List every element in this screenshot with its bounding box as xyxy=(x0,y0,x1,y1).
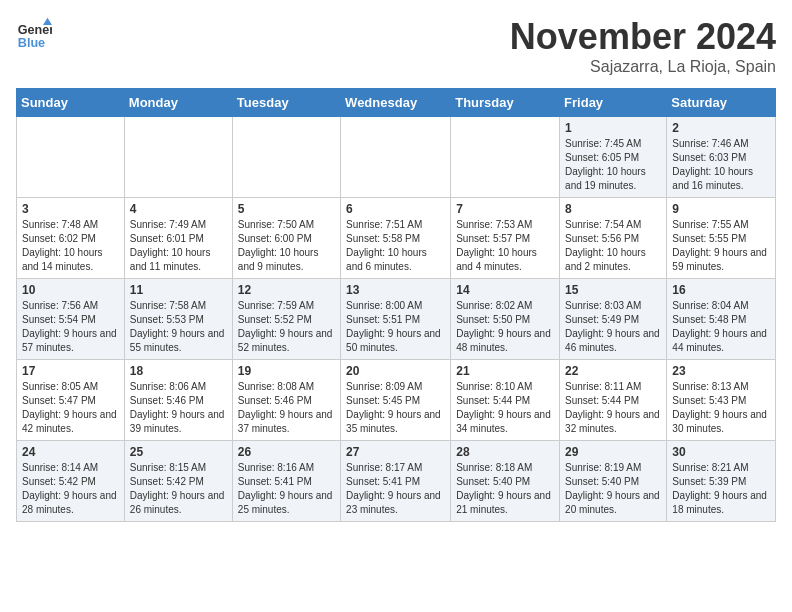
day-info: Sunrise: 7:59 AM Sunset: 5:52 PM Dayligh… xyxy=(238,299,335,355)
day-number: 6 xyxy=(346,202,445,216)
calendar-empty-cell xyxy=(232,117,340,198)
day-number: 1 xyxy=(565,121,661,135)
day-number: 26 xyxy=(238,445,335,459)
day-info: Sunrise: 7:48 AM Sunset: 6:02 PM Dayligh… xyxy=(22,218,119,274)
day-number: 30 xyxy=(672,445,770,459)
logo: General Blue xyxy=(16,16,52,52)
day-info: Sunrise: 8:11 AM Sunset: 5:44 PM Dayligh… xyxy=(565,380,661,436)
day-number: 10 xyxy=(22,283,119,297)
day-number: 25 xyxy=(130,445,227,459)
calendar-week-row: 3Sunrise: 7:48 AM Sunset: 6:02 PM Daylig… xyxy=(17,198,776,279)
day-number: 15 xyxy=(565,283,661,297)
day-number: 12 xyxy=(238,283,335,297)
day-info: Sunrise: 7:58 AM Sunset: 5:53 PM Dayligh… xyxy=(130,299,227,355)
calendar-day-14: 14Sunrise: 8:02 AM Sunset: 5:50 PM Dayli… xyxy=(451,279,560,360)
calendar-empty-cell xyxy=(451,117,560,198)
calendar-header-tuesday: Tuesday xyxy=(232,89,340,117)
day-info: Sunrise: 8:04 AM Sunset: 5:48 PM Dayligh… xyxy=(672,299,770,355)
day-info: Sunrise: 8:02 AM Sunset: 5:50 PM Dayligh… xyxy=(456,299,554,355)
day-number: 20 xyxy=(346,364,445,378)
calendar-day-11: 11Sunrise: 7:58 AM Sunset: 5:53 PM Dayli… xyxy=(124,279,232,360)
day-info: Sunrise: 8:19 AM Sunset: 5:40 PM Dayligh… xyxy=(565,461,661,517)
day-number: 14 xyxy=(456,283,554,297)
day-number: 21 xyxy=(456,364,554,378)
calendar-day-21: 21Sunrise: 8:10 AM Sunset: 5:44 PM Dayli… xyxy=(451,360,560,441)
day-number: 4 xyxy=(130,202,227,216)
day-info: Sunrise: 7:56 AM Sunset: 5:54 PM Dayligh… xyxy=(22,299,119,355)
calendar-header-friday: Friday xyxy=(560,89,667,117)
calendar-day-28: 28Sunrise: 8:18 AM Sunset: 5:40 PM Dayli… xyxy=(451,441,560,522)
calendar-day-22: 22Sunrise: 8:11 AM Sunset: 5:44 PM Dayli… xyxy=(560,360,667,441)
day-info: Sunrise: 8:05 AM Sunset: 5:47 PM Dayligh… xyxy=(22,380,119,436)
day-number: 11 xyxy=(130,283,227,297)
calendar-day-19: 19Sunrise: 8:08 AM Sunset: 5:46 PM Dayli… xyxy=(232,360,340,441)
day-number: 27 xyxy=(346,445,445,459)
day-number: 17 xyxy=(22,364,119,378)
calendar-header-sunday: Sunday xyxy=(17,89,125,117)
day-info: Sunrise: 8:16 AM Sunset: 5:41 PM Dayligh… xyxy=(238,461,335,517)
calendar-empty-cell xyxy=(17,117,125,198)
day-number: 24 xyxy=(22,445,119,459)
calendar-day-27: 27Sunrise: 8:17 AM Sunset: 5:41 PM Dayli… xyxy=(341,441,451,522)
calendar-header-thursday: Thursday xyxy=(451,89,560,117)
day-info: Sunrise: 8:10 AM Sunset: 5:44 PM Dayligh… xyxy=(456,380,554,436)
day-number: 13 xyxy=(346,283,445,297)
calendar-day-29: 29Sunrise: 8:19 AM Sunset: 5:40 PM Dayli… xyxy=(560,441,667,522)
calendar-day-26: 26Sunrise: 8:16 AM Sunset: 5:41 PM Dayli… xyxy=(232,441,340,522)
calendar-week-row: 1Sunrise: 7:45 AM Sunset: 6:05 PM Daylig… xyxy=(17,117,776,198)
day-number: 16 xyxy=(672,283,770,297)
calendar-day-17: 17Sunrise: 8:05 AM Sunset: 5:47 PM Dayli… xyxy=(17,360,125,441)
day-number: 9 xyxy=(672,202,770,216)
day-number: 3 xyxy=(22,202,119,216)
calendar-day-20: 20Sunrise: 8:09 AM Sunset: 5:45 PM Dayli… xyxy=(341,360,451,441)
calendar-day-2: 2Sunrise: 7:46 AM Sunset: 6:03 PM Daylig… xyxy=(667,117,776,198)
day-info: Sunrise: 7:49 AM Sunset: 6:01 PM Dayligh… xyxy=(130,218,227,274)
day-info: Sunrise: 8:06 AM Sunset: 5:46 PM Dayligh… xyxy=(130,380,227,436)
day-info: Sunrise: 7:53 AM Sunset: 5:57 PM Dayligh… xyxy=(456,218,554,274)
calendar-day-3: 3Sunrise: 7:48 AM Sunset: 6:02 PM Daylig… xyxy=(17,198,125,279)
day-info: Sunrise: 8:09 AM Sunset: 5:45 PM Dayligh… xyxy=(346,380,445,436)
day-info: Sunrise: 7:50 AM Sunset: 6:00 PM Dayligh… xyxy=(238,218,335,274)
day-info: Sunrise: 8:17 AM Sunset: 5:41 PM Dayligh… xyxy=(346,461,445,517)
day-info: Sunrise: 8:18 AM Sunset: 5:40 PM Dayligh… xyxy=(456,461,554,517)
calendar-day-5: 5Sunrise: 7:50 AM Sunset: 6:00 PM Daylig… xyxy=(232,198,340,279)
calendar-header-monday: Monday xyxy=(124,89,232,117)
calendar-day-12: 12Sunrise: 7:59 AM Sunset: 5:52 PM Dayli… xyxy=(232,279,340,360)
day-number: 18 xyxy=(130,364,227,378)
day-number: 8 xyxy=(565,202,661,216)
day-info: Sunrise: 7:55 AM Sunset: 5:55 PM Dayligh… xyxy=(672,218,770,274)
calendar-week-row: 10Sunrise: 7:56 AM Sunset: 5:54 PM Dayli… xyxy=(17,279,776,360)
day-number: 5 xyxy=(238,202,335,216)
calendar-day-1: 1Sunrise: 7:45 AM Sunset: 6:05 PM Daylig… xyxy=(560,117,667,198)
calendar-day-13: 13Sunrise: 8:00 AM Sunset: 5:51 PM Dayli… xyxy=(341,279,451,360)
day-info: Sunrise: 7:54 AM Sunset: 5:56 PM Dayligh… xyxy=(565,218,661,274)
calendar-day-30: 30Sunrise: 8:21 AM Sunset: 5:39 PM Dayli… xyxy=(667,441,776,522)
day-info: Sunrise: 7:46 AM Sunset: 6:03 PM Dayligh… xyxy=(672,137,770,193)
calendar-week-row: 24Sunrise: 8:14 AM Sunset: 5:42 PM Dayli… xyxy=(17,441,776,522)
day-info: Sunrise: 8:08 AM Sunset: 5:46 PM Dayligh… xyxy=(238,380,335,436)
calendar-day-23: 23Sunrise: 8:13 AM Sunset: 5:43 PM Dayli… xyxy=(667,360,776,441)
day-info: Sunrise: 8:00 AM Sunset: 5:51 PM Dayligh… xyxy=(346,299,445,355)
calendar-header-wednesday: Wednesday xyxy=(341,89,451,117)
day-number: 2 xyxy=(672,121,770,135)
day-info: Sunrise: 8:15 AM Sunset: 5:42 PM Dayligh… xyxy=(130,461,227,517)
calendar-day-8: 8Sunrise: 7:54 AM Sunset: 5:56 PM Daylig… xyxy=(560,198,667,279)
calendar-day-9: 9Sunrise: 7:55 AM Sunset: 5:55 PM Daylig… xyxy=(667,198,776,279)
svg-text:Blue: Blue xyxy=(18,36,45,50)
month-title: November 2024 xyxy=(510,16,776,58)
svg-marker-2 xyxy=(43,18,52,25)
calendar-day-15: 15Sunrise: 8:03 AM Sunset: 5:49 PM Dayli… xyxy=(560,279,667,360)
day-info: Sunrise: 8:21 AM Sunset: 5:39 PM Dayligh… xyxy=(672,461,770,517)
day-info: Sunrise: 8:14 AM Sunset: 5:42 PM Dayligh… xyxy=(22,461,119,517)
location-title: Sajazarra, La Rioja, Spain xyxy=(510,58,776,76)
day-info: Sunrise: 7:45 AM Sunset: 6:05 PM Dayligh… xyxy=(565,137,661,193)
title-block: November 2024 Sajazarra, La Rioja, Spain xyxy=(510,16,776,76)
calendar-empty-cell xyxy=(341,117,451,198)
calendar-day-10: 10Sunrise: 7:56 AM Sunset: 5:54 PM Dayli… xyxy=(17,279,125,360)
day-info: Sunrise: 8:03 AM Sunset: 5:49 PM Dayligh… xyxy=(565,299,661,355)
calendar-header-saturday: Saturday xyxy=(667,89,776,117)
day-info: Sunrise: 8:13 AM Sunset: 5:43 PM Dayligh… xyxy=(672,380,770,436)
calendar-day-6: 6Sunrise: 7:51 AM Sunset: 5:58 PM Daylig… xyxy=(341,198,451,279)
calendar-day-25: 25Sunrise: 8:15 AM Sunset: 5:42 PM Dayli… xyxy=(124,441,232,522)
calendar-day-7: 7Sunrise: 7:53 AM Sunset: 5:57 PM Daylig… xyxy=(451,198,560,279)
